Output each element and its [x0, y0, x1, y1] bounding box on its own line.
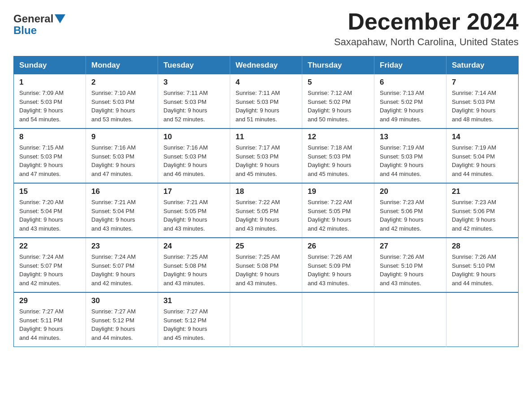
calendar-day-24: 24Sunrise: 7:25 AM Sunset: 5:08 PM Dayli…	[158, 238, 230, 292]
day-number: 11	[236, 133, 296, 141]
day-info: Sunrise: 7:17 AM Sunset: 5:03 PM Dayligh…	[236, 143, 296, 178]
day-number: 24	[163, 242, 224, 251]
weekday-header-saturday: Saturday	[446, 56, 519, 75]
day-info: Sunrise: 7:23 AM Sunset: 5:06 PM Dayligh…	[452, 198, 513, 233]
calendar-week-row: 22Sunrise: 7:24 AM Sunset: 5:07 PM Dayli…	[14, 238, 519, 292]
calendar-day-8: 8Sunrise: 7:15 AM Sunset: 5:03 PM Daylig…	[14, 128, 86, 183]
weekday-header-monday: Monday	[86, 56, 158, 75]
day-info: Sunrise: 7:25 AM Sunset: 5:08 PM Dayligh…	[236, 253, 296, 287]
day-info: Sunrise: 7:23 AM Sunset: 5:06 PM Dayligh…	[380, 198, 441, 233]
day-info: Sunrise: 7:20 AM Sunset: 5:04 PM Dayligh…	[19, 198, 80, 233]
title-area: December 2024 Saxapahaw, North Carolina,…	[334, 9, 519, 48]
day-number: 1	[19, 78, 80, 87]
day-info: Sunrise: 7:18 AM Sunset: 5:03 PM Dayligh…	[308, 143, 369, 178]
day-number: 30	[91, 296, 152, 305]
day-info: Sunrise: 7:26 AM Sunset: 5:10 PM Dayligh…	[380, 253, 441, 287]
day-number: 17	[163, 187, 224, 196]
day-number: 9	[91, 133, 152, 141]
calendar-week-row: 29Sunrise: 7:27 AM Sunset: 5:11 PM Dayli…	[14, 292, 519, 347]
calendar-day-13: 13Sunrise: 7:19 AM Sunset: 5:03 PM Dayli…	[374, 128, 446, 183]
weekday-header-sunday: Sunday	[14, 56, 86, 75]
calendar-day-20: 20Sunrise: 7:23 AM Sunset: 5:06 PM Dayli…	[374, 183, 446, 238]
day-info: Sunrise: 7:26 AM Sunset: 5:09 PM Dayligh…	[308, 253, 369, 287]
day-info: Sunrise: 7:10 AM Sunset: 5:03 PM Dayligh…	[91, 89, 152, 124]
calendar-table: SundayMondayTuesdayWednesdayThursdayFrid…	[13, 56, 519, 347]
logo-blue: Blue	[13, 24, 37, 37]
logo-general: General	[13, 13, 53, 25]
day-info: Sunrise: 7:24 AM Sunset: 5:07 PM Dayligh…	[91, 253, 152, 287]
day-number: 31	[163, 296, 224, 305]
day-number: 16	[91, 187, 152, 196]
calendar-day-9: 9Sunrise: 7:16 AM Sunset: 5:03 PM Daylig…	[86, 128, 158, 183]
calendar-empty-cell	[230, 292, 302, 347]
calendar-day-12: 12Sunrise: 7:18 AM Sunset: 5:03 PM Dayli…	[302, 128, 374, 183]
calendar-day-14: 14Sunrise: 7:19 AM Sunset: 5:04 PM Dayli…	[446, 128, 519, 183]
calendar-day-22: 22Sunrise: 7:24 AM Sunset: 5:07 PM Dayli…	[14, 238, 86, 292]
day-number: 18	[236, 187, 296, 196]
day-info: Sunrise: 7:26 AM Sunset: 5:10 PM Dayligh…	[452, 253, 513, 287]
calendar-day-5: 5Sunrise: 7:12 AM Sunset: 5:02 PM Daylig…	[302, 74, 374, 128]
day-number: 27	[380, 242, 441, 251]
calendar-day-19: 19Sunrise: 7:22 AM Sunset: 5:05 PM Dayli…	[302, 183, 374, 238]
day-info: Sunrise: 7:09 AM Sunset: 5:03 PM Dayligh…	[19, 89, 80, 124]
day-info: Sunrise: 7:21 AM Sunset: 5:04 PM Dayligh…	[91, 198, 152, 233]
calendar-day-28: 28Sunrise: 7:26 AM Sunset: 5:10 PM Dayli…	[446, 238, 519, 292]
calendar-day-6: 6Sunrise: 7:13 AM Sunset: 5:02 PM Daylig…	[374, 74, 446, 128]
calendar-day-29: 29Sunrise: 7:27 AM Sunset: 5:11 PM Dayli…	[14, 292, 86, 347]
logo-triangle-icon	[55, 14, 65, 23]
day-number: 20	[380, 187, 441, 196]
day-number: 13	[380, 133, 441, 141]
day-number: 4	[236, 78, 296, 87]
calendar-day-4: 4Sunrise: 7:11 AM Sunset: 5:03 PM Daylig…	[230, 74, 302, 128]
day-number: 25	[236, 242, 296, 251]
day-info: Sunrise: 7:21 AM Sunset: 5:05 PM Dayligh…	[163, 198, 224, 233]
day-number: 12	[308, 133, 369, 141]
day-info: Sunrise: 7:16 AM Sunset: 5:03 PM Dayligh…	[163, 143, 224, 178]
day-number: 5	[308, 78, 369, 87]
day-info: Sunrise: 7:27 AM Sunset: 5:11 PM Dayligh…	[19, 307, 80, 342]
calendar-day-26: 26Sunrise: 7:26 AM Sunset: 5:09 PM Dayli…	[302, 238, 374, 292]
weekday-header-thursday: Thursday	[302, 56, 374, 75]
day-number: 21	[452, 187, 513, 196]
day-number: 19	[308, 187, 369, 196]
month-title: December 2024	[334, 9, 519, 34]
calendar-day-7: 7Sunrise: 7:14 AM Sunset: 5:03 PM Daylig…	[446, 74, 519, 128]
calendar-day-25: 25Sunrise: 7:25 AM Sunset: 5:08 PM Dayli…	[230, 238, 302, 292]
calendar-day-2: 2Sunrise: 7:10 AM Sunset: 5:03 PM Daylig…	[86, 74, 158, 128]
day-info: Sunrise: 7:25 AM Sunset: 5:08 PM Dayligh…	[163, 253, 224, 287]
day-number: 22	[19, 242, 80, 251]
calendar-week-row: 8Sunrise: 7:15 AM Sunset: 5:03 PM Daylig…	[14, 128, 519, 183]
day-info: Sunrise: 7:15 AM Sunset: 5:03 PM Dayligh…	[19, 143, 80, 178]
day-info: Sunrise: 7:19 AM Sunset: 5:03 PM Dayligh…	[380, 143, 441, 178]
calendar-day-21: 21Sunrise: 7:23 AM Sunset: 5:06 PM Dayli…	[446, 183, 519, 238]
day-number: 3	[163, 78, 224, 87]
location-title: Saxapahaw, North Carolina, United States	[334, 36, 519, 48]
day-number: 29	[19, 296, 80, 305]
day-number: 10	[163, 133, 224, 141]
day-info: Sunrise: 7:22 AM Sunset: 5:05 PM Dayligh…	[308, 198, 369, 233]
calendar-day-1: 1Sunrise: 7:09 AM Sunset: 5:03 PM Daylig…	[14, 74, 86, 128]
calendar-empty-cell	[446, 292, 519, 347]
day-number: 15	[19, 187, 80, 196]
day-info: Sunrise: 7:22 AM Sunset: 5:05 PM Dayligh…	[236, 198, 296, 233]
calendar-day-27: 27Sunrise: 7:26 AM Sunset: 5:10 PM Dayli…	[374, 238, 446, 292]
weekday-header-friday: Friday	[374, 56, 446, 75]
day-info: Sunrise: 7:11 AM Sunset: 5:03 PM Dayligh…	[163, 89, 224, 124]
day-info: Sunrise: 7:19 AM Sunset: 5:04 PM Dayligh…	[452, 143, 513, 178]
calendar-empty-cell	[374, 292, 446, 347]
calendar-day-23: 23Sunrise: 7:24 AM Sunset: 5:07 PM Dayli…	[86, 238, 158, 292]
day-number: 23	[91, 242, 152, 251]
day-number: 8	[19, 133, 80, 141]
weekday-header-wednesday: Wednesday	[230, 56, 302, 75]
day-info: Sunrise: 7:16 AM Sunset: 5:03 PM Dayligh…	[91, 143, 152, 178]
page-header: General Blue December 2024 Saxapahaw, No…	[13, 9, 519, 48]
day-number: 14	[452, 133, 513, 141]
day-info: Sunrise: 7:12 AM Sunset: 5:02 PM Dayligh…	[308, 89, 369, 124]
day-number: 26	[308, 242, 369, 251]
day-number: 2	[91, 78, 152, 87]
day-info: Sunrise: 7:11 AM Sunset: 5:03 PM Dayligh…	[236, 89, 296, 124]
day-number: 6	[380, 78, 441, 87]
calendar-day-30: 30Sunrise: 7:27 AM Sunset: 5:12 PM Dayli…	[86, 292, 158, 347]
weekday-header-row: SundayMondayTuesdayWednesdayThursdayFrid…	[14, 56, 519, 75]
day-info: Sunrise: 7:24 AM Sunset: 5:07 PM Dayligh…	[19, 253, 80, 287]
